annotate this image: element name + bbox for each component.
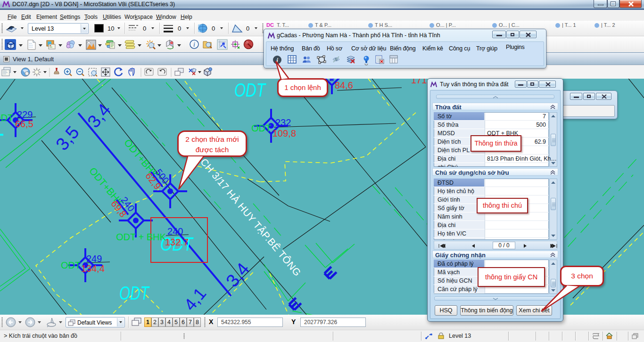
svg-text:ODT: ODT	[234, 80, 266, 100]
svg-text:229: 229	[17, 109, 33, 120]
svg-text:ODT: ODT	[251, 123, 271, 133]
svg-text:232: 232	[275, 117, 291, 128]
svg-text:240: 240	[167, 226, 183, 236]
svg-text:134,4: 134,4	[81, 263, 105, 274]
svg-text:3,5: 3,5	[52, 122, 83, 154]
svg-text:3,4: 3,4	[83, 100, 115, 131]
svg-text:i: i	[193, 41, 195, 48]
svg-text:249: 249	[86, 253, 102, 264]
svg-text:109,8: 109,8	[272, 128, 296, 138]
svg-text:4,1: 4,1	[180, 284, 210, 314]
svg-text:84,6: 84,6	[335, 80, 353, 90]
svg-text:CH 3/17 HÀ HUY TẬP.BÊ TÔNG: CH 3/17 HÀ HUY TẬP.BÊ TÔNG	[198, 156, 303, 278]
svg-text:ODT: ODT	[61, 260, 81, 270]
svg-text:ODT: ODT	[119, 283, 150, 303]
svg-text:132.7: 132.7	[165, 237, 189, 247]
svg-text:3,4: 3,4	[222, 259, 253, 291]
svg-text:ODT: ODT	[0, 113, 13, 123]
svg-text:ODT + BHK: ODT + BHK	[116, 232, 166, 242]
svg-text:2: 2	[329, 79, 334, 83]
svg-text:66,5: 66,5	[15, 119, 33, 129]
